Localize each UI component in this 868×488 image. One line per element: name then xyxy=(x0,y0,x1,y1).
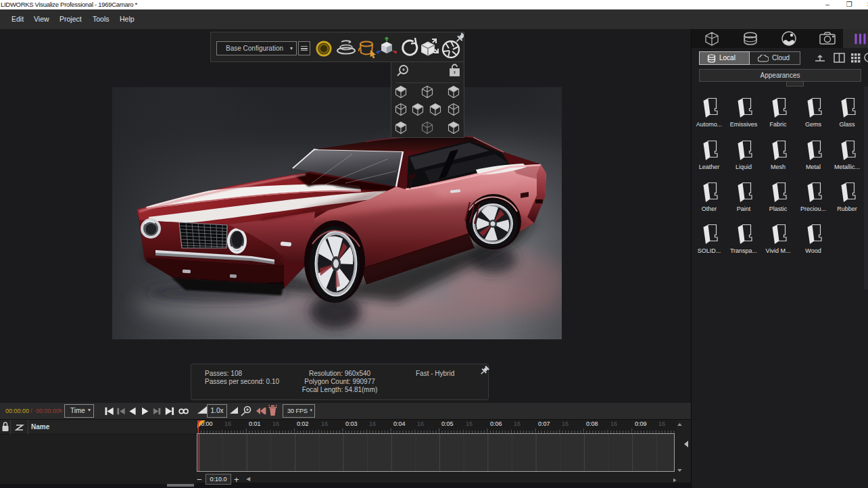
svg-text:16: 16 xyxy=(466,420,473,427)
svg-text:16: 16 xyxy=(272,420,279,427)
svg-text:16: 16 xyxy=(417,420,424,427)
svg-text:0:02: 0:02 xyxy=(297,420,309,427)
svg-text:16: 16 xyxy=(562,420,569,427)
svg-text:0:05: 0:05 xyxy=(441,420,454,427)
svg-text:16: 16 xyxy=(224,420,231,427)
svg-text:0:04: 0:04 xyxy=(393,420,406,427)
svg-text:16: 16 xyxy=(610,420,617,427)
svg-text:0:06: 0:06 xyxy=(490,420,502,427)
svg-text:0:09: 0:09 xyxy=(635,420,647,427)
svg-text:16: 16 xyxy=(321,420,328,427)
svg-text:16: 16 xyxy=(369,420,376,427)
svg-text:0:07: 0:07 xyxy=(538,420,550,427)
svg-text:16: 16 xyxy=(514,420,521,427)
svg-text:16: 16 xyxy=(658,420,665,427)
svg-text:0:08: 0:08 xyxy=(586,420,598,427)
svg-text:0:03: 0:03 xyxy=(345,420,358,427)
svg-text:0:01: 0:01 xyxy=(249,420,261,427)
